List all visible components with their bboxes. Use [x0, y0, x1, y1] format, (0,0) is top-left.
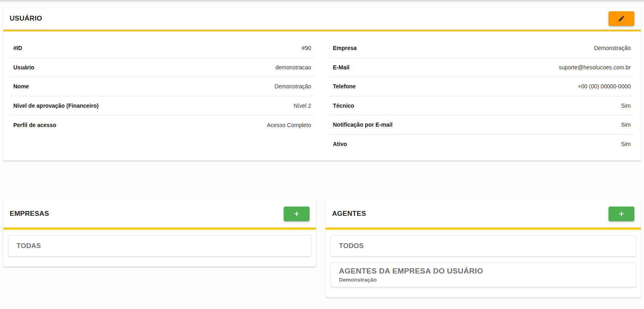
panels-row: EMPRESAS + TODAS AGENTES + TODOS AGENTES…	[3, 200, 641, 297]
detail-label: Empresa	[333, 45, 357, 51]
detail-row-usuario: Usuário demonstracao	[10, 58, 315, 77]
agentes-title: AGENTES	[332, 210, 366, 218]
detail-value: suporte@hesolucoes.com.br	[559, 64, 631, 71]
detail-value: Demonstração	[594, 45, 631, 51]
add-agente-button[interactable]: +	[609, 207, 634, 221]
detail-row-tecnico: Técnico Sim	[329, 96, 634, 116]
detail-row-ativo: Ativo Sim	[329, 135, 634, 154]
detail-row-notificacao-email: Notificação por E-mail Sim	[329, 115, 634, 135]
list-item-title: AGENTES DA EMPRESA DO USUÁRIO	[339, 267, 627, 276]
empresas-panel: EMPRESAS + TODAS	[3, 200, 316, 267]
empresas-panel-header: EMPRESAS +	[3, 200, 316, 228]
details-column-left: #ID #90 Usuário demonstracao Nome Demons…	[10, 39, 315, 154]
list-item-agentes-empresa-usuario[interactable]: AGENTES DA EMPRESA DO USUÁRIO Demonstraç…	[330, 262, 636, 287]
detail-value: Acesso Completo	[267, 122, 311, 128]
user-card: USUÁRIO #ID #90 Usuário demonstracao Nom…	[3, 7, 641, 161]
detail-value: Nível 2	[293, 102, 311, 109]
detail-value: +00 (00) 00000-0000	[578, 83, 631, 90]
detail-row-empresa: Empresa Demonstração	[329, 39, 634, 58]
page-title: USUÁRIO	[10, 15, 42, 23]
detail-row-telefone: Telefone +00 (00) 00000-0000	[329, 77, 634, 96]
detail-label: Técnico	[333, 102, 354, 109]
user-card-header: USUÁRIO	[3, 7, 641, 29]
detail-label: Ativo	[333, 141, 347, 147]
edit-user-button[interactable]	[609, 11, 634, 26]
empresas-list: TODAS	[3, 230, 316, 267]
user-details: #ID #90 Usuário demonstracao Nome Demons…	[3, 31, 641, 154]
detail-value: demonstracao	[275, 64, 311, 71]
pencil-icon	[618, 15, 625, 22]
agentes-list: TODOS AGENTES DA EMPRESA DO USUÁRIO Demo…	[326, 230, 641, 297]
empresas-title: EMPRESAS	[10, 210, 49, 218]
detail-value: #90	[302, 45, 311, 51]
detail-value: Sim	[621, 121, 631, 128]
detail-label: Telefone	[333, 83, 356, 90]
add-empresa-button[interactable]: +	[284, 207, 310, 221]
list-item-title: TODOS	[339, 242, 627, 250]
plus-icon: +	[619, 209, 624, 219]
agentes-panel-header: AGENTES +	[326, 200, 641, 228]
page-top-shadow	[0, 0, 644, 3]
detail-label: Nome	[13, 83, 29, 90]
detail-row-email: E-Mail suporte@hesolucoes.com.br	[329, 58, 634, 77]
detail-row-perfil-acesso: Perfil de acesso Acesso Completo	[10, 115, 315, 135]
list-item-todos[interactable]: TODOS	[330, 235, 636, 257]
plus-icon: +	[294, 209, 299, 219]
detail-label: E-Mail	[333, 64, 349, 71]
agentes-panel: AGENTES + TODOS AGENTES DA EMPRESA DO US…	[326, 200, 641, 297]
detail-label: #ID	[13, 45, 22, 51]
detail-value: Demonstração	[274, 83, 311, 90]
detail-row-nome: Nome Demonstração	[10, 77, 315, 96]
detail-row-nivel-aprovacao: Nível de aprovação (Financeiro) Nível 2	[10, 96, 315, 116]
detail-label: Notificação por E-mail	[333, 121, 393, 128]
detail-row-id: #ID #90	[10, 39, 315, 58]
detail-label: Nível de aprovação (Financeiro)	[13, 102, 99, 109]
detail-value: Sim	[621, 102, 631, 109]
detail-value: Sim	[621, 141, 631, 147]
detail-label: Perfil de acesso	[13, 122, 56, 128]
list-item-subtitle: Demonstração	[339, 277, 627, 283]
list-item-todas[interactable]: TODAS	[8, 235, 311, 257]
list-item-title: TODAS	[17, 242, 303, 250]
details-column-right: Empresa Demonstração E-Mail suporte@heso…	[329, 39, 634, 154]
detail-label: Usuário	[13, 64, 34, 71]
